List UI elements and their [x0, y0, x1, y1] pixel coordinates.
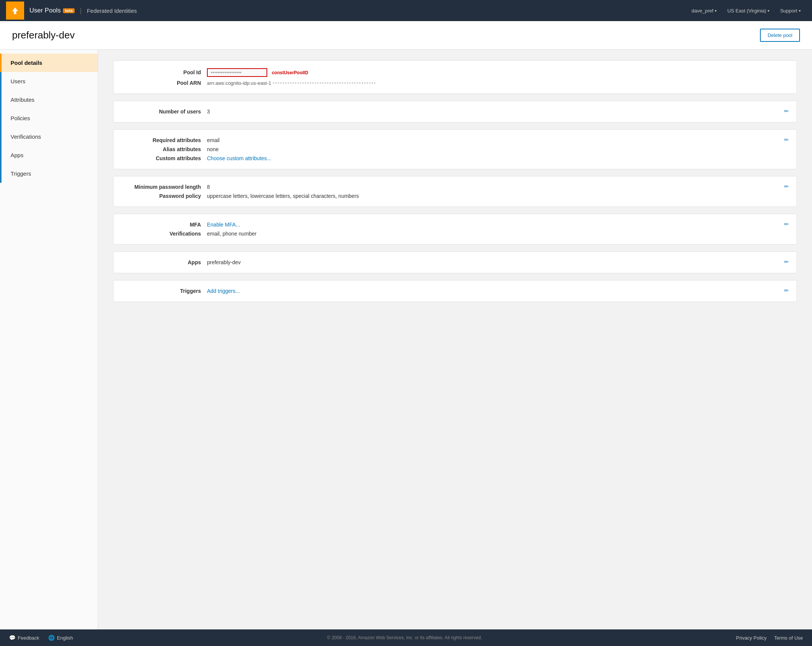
alias-attrs-row: Alias attributes none	[124, 146, 786, 152]
verifications-row: Verifications email, phone number	[124, 231, 786, 237]
pool-id-card: Pool Id •••••••••••••••••• constUserPool…	[113, 60, 797, 94]
page-header: preferably-dev Delete pool	[0, 21, 812, 50]
sidebar-item-verifications[interactable]: Verifications	[0, 127, 98, 146]
footer-right: Privacy Policy Terms of Use	[736, 635, 803, 641]
users-count-label: Number of users	[124, 109, 207, 115]
pool-id-row: Pool Id •••••••••••••••••• constUserPool…	[124, 68, 786, 77]
main-layout: Pool details Users Attributes Policies V…	[0, 50, 812, 629]
pwd-policy-label: Password policy	[124, 193, 207, 199]
beta-badge: beta	[63, 8, 75, 13]
alias-attrs-label: Alias attributes	[124, 146, 207, 152]
custom-attrs-row: Custom attributes Choose custom attribut…	[124, 155, 786, 161]
aws-logo	[6, 2, 24, 20]
privacy-policy-link[interactable]: Privacy Policy	[736, 635, 767, 641]
min-pwd-label: Minimum password length	[124, 184, 207, 190]
apps-label: Apps	[124, 259, 207, 265]
attributes-edit-icon[interactable]	[784, 136, 789, 143]
pwd-policy-row: Password policy uppercase letters, lower…	[124, 193, 786, 199]
top-navigation: User Pools beta | Federated Identities d…	[0, 0, 812, 21]
pool-id-value: •••••••••••••••••• constUserPoolID	[207, 68, 308, 77]
pwd-policy-value: uppercase letters, lowercase letters, sp…	[207, 193, 359, 199]
sidebar-item-triggers[interactable]: Triggers	[0, 164, 98, 183]
const-user-pool-id-label: constUserPoolID	[272, 70, 308, 75]
sidebar: Pool details Users Attributes Policies V…	[0, 50, 98, 629]
enable-mfa-link[interactable]: Enable MFA...	[207, 222, 240, 228]
policies-card: Minimum password length 8 Password polic…	[113, 176, 797, 207]
pool-arn-value: arn:aws:cognito-idp:us-east-1 ••••••••••…	[207, 80, 376, 86]
feedback-button[interactable]: Feedback	[9, 635, 39, 641]
users-count-value: 3	[207, 109, 210, 115]
users-edit-icon[interactable]	[784, 108, 789, 115]
page-title: preferably-dev	[12, 29, 75, 41]
min-pwd-row: Minimum password length 8	[124, 184, 786, 190]
language-selector[interactable]: English	[48, 635, 73, 641]
triggers-label: Triggers	[124, 288, 207, 294]
apps-row: Apps preferably-dev	[124, 259, 786, 265]
choose-custom-attrs-link[interactable]: Choose custom attributes...	[207, 155, 271, 161]
mfa-card: MFA Enable MFA... Verifications email, p…	[113, 214, 797, 245]
mfa-label: MFA	[124, 222, 207, 228]
user-menu[interactable]: dave_pref ▾	[686, 8, 722, 14]
sidebar-item-pool-details[interactable]: Pool details	[0, 54, 98, 72]
users-count-row: Number of users 3	[124, 109, 786, 115]
apps-value: preferably-dev	[207, 259, 241, 265]
verifications-label: Verifications	[124, 231, 207, 237]
footer-left: Feedback English	[9, 635, 73, 641]
triggers-card: Triggers Add triggers...	[113, 280, 797, 302]
top-nav-right: dave_pref ▾ US East (Virginia) ▾ Support…	[686, 8, 806, 14]
sidebar-item-attributes[interactable]: Attributes	[0, 90, 98, 109]
attributes-card: Required attributes email Alias attribut…	[113, 129, 797, 169]
terms-of-use-link[interactable]: Terms of Use	[774, 635, 803, 641]
pool-arn-row: Pool ARN arn:aws:cognito-idp:us-east-1 •…	[124, 80, 786, 86]
language-icon	[48, 635, 55, 641]
add-triggers-link[interactable]: Add triggers...	[207, 288, 240, 294]
footer: Feedback English © 2008 - 2016, Amazon W…	[0, 629, 812, 646]
federated-identities-link[interactable]: Federated Identities	[87, 8, 137, 14]
region-menu-chevron: ▾	[768, 9, 769, 13]
service-title: User Pools	[29, 7, 61, 14]
users-card: Number of users 3	[113, 101, 797, 122]
custom-attrs-label: Custom attributes	[124, 155, 207, 161]
support-menu-chevron: ▾	[799, 9, 801, 13]
feedback-icon	[9, 635, 15, 641]
region-menu[interactable]: US East (Virginia) ▾	[722, 8, 775, 14]
alias-attrs-value: none	[207, 146, 219, 152]
pool-arn-blurred: ••••••••••••••••••••••••••••••••••••••••…	[273, 80, 376, 86]
policies-edit-icon[interactable]	[784, 183, 789, 190]
main-content: Pool Id •••••••••••••••••• constUserPool…	[98, 50, 812, 629]
mfa-row: MFA Enable MFA...	[124, 222, 786, 228]
delete-pool-button[interactable]: Delete pool	[760, 29, 800, 42]
sidebar-item-users[interactable]: Users	[0, 72, 98, 90]
apps-edit-icon[interactable]	[784, 259, 789, 265]
triggers-row: Triggers Add triggers...	[124, 288, 786, 294]
pool-arn-label: Pool ARN	[124, 80, 207, 86]
nav-separator: |	[80, 7, 82, 15]
sidebar-item-apps[interactable]: Apps	[0, 146, 98, 164]
sidebar-item-policies[interactable]: Policies	[0, 109, 98, 127]
triggers-edit-icon[interactable]	[784, 287, 789, 294]
required-attrs-row: Required attributes email	[124, 137, 786, 143]
mfa-edit-icon[interactable]	[784, 221, 789, 228]
min-pwd-value: 8	[207, 184, 210, 190]
user-menu-chevron: ▾	[715, 9, 717, 13]
pool-id-box: ••••••••••••••••••	[207, 68, 267, 77]
required-attrs-value: email	[207, 137, 219, 143]
apps-card: Apps preferably-dev	[113, 251, 797, 273]
required-attrs-label: Required attributes	[124, 137, 207, 143]
footer-copyright: © 2008 - 2016, Amazon Web Services, Inc.…	[327, 635, 482, 640]
verifications-value: email, phone number	[207, 231, 257, 237]
support-menu[interactable]: Support ▾	[775, 8, 806, 14]
pool-id-label: Pool Id	[124, 69, 207, 75]
